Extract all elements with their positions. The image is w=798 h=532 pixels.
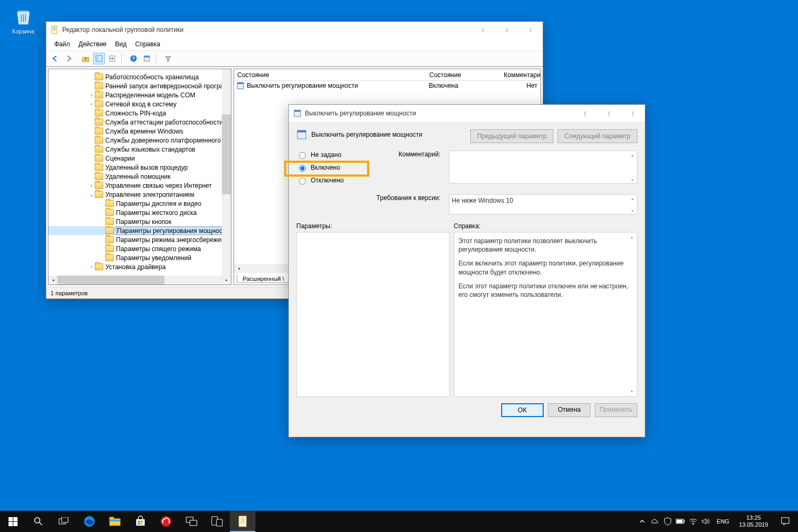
taskbar-creative-cloud[interactable]: [153, 511, 179, 532]
tree-node[interactable]: ⌄Управление электропитанием: [48, 190, 231, 199]
col-header-comment[interactable]: Комментари: [501, 71, 541, 79]
comment-textarea[interactable]: [449, 151, 637, 184]
tree-expand-icon[interactable]: ›: [88, 182, 95, 188]
col-header-status[interactable]: Состояние: [426, 71, 501, 79]
taskbar-gpeditor[interactable]: [230, 511, 255, 532]
tree-node[interactable]: Удаленный помощник: [48, 172, 231, 181]
tree-node[interactable]: Параметры регулирования мощности: [48, 226, 231, 235]
help-scrollbar[interactable]: ▴ ▾: [628, 233, 636, 396]
previous-setting-button[interactable]: Предыдущий параметр: [470, 129, 553, 143]
apply-button[interactable]: Применить: [595, 403, 637, 417]
maximize-button[interactable]: : [495, 22, 519, 38]
radio-enabled-input[interactable]: [299, 165, 306, 172]
requirements-scrollbar[interactable]: ▴▾: [628, 195, 637, 215]
tree-node[interactable]: ›Установка драйвера: [48, 262, 231, 271]
toolbar-filter-button[interactable]: [162, 53, 174, 64]
toolbar-back-button[interactable]: [49, 53, 61, 64]
tree-expand-icon[interactable]: ⌄: [88, 192, 95, 197]
tree-node[interactable]: Ранний запуск антивредоносной программы: [48, 81, 231, 90]
tree-node[interactable]: Параметры кнопок: [48, 217, 231, 226]
detail-header: Состояние Состояние Комментари: [234, 69, 541, 81]
menu-action[interactable]: Действие: [75, 39, 111, 49]
tray-defender-icon[interactable]: [662, 511, 673, 532]
tray-battery-icon[interactable]: [675, 511, 686, 532]
menu-view[interactable]: Вид: [111, 39, 130, 49]
radio-not-configured-input[interactable]: [299, 152, 306, 159]
svg-rect-38: [217, 519, 222, 526]
policy-dialog: Выключить регулирование мощности    В…: [288, 104, 645, 437]
tree-node[interactable]: ›Распределенная модель COM: [48, 90, 231, 99]
tree-node[interactable]: ›Сетевой вход в систему: [48, 99, 231, 109]
cancel-button[interactable]: Отмена: [548, 403, 591, 417]
tree-node[interactable]: Сложность PIN-кода: [48, 109, 231, 118]
tree-node[interactable]: Службы языковых стандартов: [48, 145, 231, 154]
taskbar-store[interactable]: [128, 511, 153, 532]
toolbar-up-button[interactable]: [80, 53, 92, 64]
taskbar-explorer[interactable]: [102, 511, 128, 532]
taskbar-app-1[interactable]: [179, 511, 204, 532]
radio-disabled[interactable]: Отключено: [296, 176, 368, 185]
tree-expand-icon[interactable]: ›: [88, 101, 95, 107]
comment-scrollbar[interactable]: ▴▾: [628, 151, 637, 185]
notification-center-button[interactable]: [775, 517, 796, 526]
tree-vertical-scrollbar[interactable]: [222, 69, 231, 276]
tree-expand-icon[interactable]: ›: [88, 264, 95, 270]
scroll-right-button[interactable]: ▸: [222, 276, 231, 285]
ok-button[interactable]: OK: [501, 403, 544, 417]
menu-help[interactable]: Справка: [131, 39, 164, 49]
toolbar-show-hide-tree-button[interactable]: [93, 53, 105, 64]
tree-node[interactable]: Параметры жесткого диска: [48, 208, 231, 217]
folder-icon: [95, 110, 103, 117]
tree-node[interactable]: Сценарии: [48, 154, 231, 163]
tree-horizontal-scrollbar[interactable]: ◂ ▸: [48, 276, 231, 285]
tray-wifi-icon[interactable]: [688, 511, 699, 532]
tree-node[interactable]: Параметры режима энергосбережения: [48, 235, 231, 244]
tree-node[interactable]: ›Управление связью через Интернет: [48, 181, 231, 190]
radio-enabled[interactable]: Включено: [296, 163, 368, 172]
toolbar-properties-button[interactable]: [141, 53, 153, 64]
gp-tree[interactable]: Работоспособность хранилищаРанний запуск…: [48, 69, 231, 285]
tray-language[interactable]: ENG: [713, 518, 733, 525]
toolbar-help-button[interactable]: ?: [128, 53, 139, 64]
svg-rect-19: [13, 517, 18, 521]
folder-icon: [105, 227, 114, 234]
recycle-bin-label: Корзина: [7, 28, 39, 35]
search-button[interactable]: [26, 511, 51, 532]
taskbar-app-2[interactable]: [204, 511, 230, 532]
task-view-button[interactable]: [51, 511, 77, 532]
tree-node[interactable]: Параметры уведомлений: [48, 253, 231, 262]
tray-chevron-up-icon[interactable]: [637, 511, 647, 532]
tree-node[interactable]: Служба времени Windows: [48, 127, 231, 136]
svg-rect-17: [297, 130, 306, 132]
start-button[interactable]: [0, 511, 26, 532]
tree-node[interactable]: Параметры дисплея и видео: [48, 199, 231, 208]
taskbar-clock[interactable]: 13:25 13.05.2019: [735, 514, 772, 528]
dlg-close-button[interactable]: : [621, 105, 645, 121]
dlg-minimize-button[interactable]: : [573, 105, 597, 121]
close-button[interactable]: : [519, 22, 543, 38]
minimize-button[interactable]: : [471, 22, 495, 38]
tray-onedrive-icon[interactable]: [650, 511, 660, 532]
folder-icon: [105, 254, 114, 261]
tree-node[interactable]: Удаленный вызов процедур: [48, 163, 231, 172]
radio-disabled-input[interactable]: [299, 178, 306, 185]
desktop-icon-recycle-bin[interactable]: Корзина: [7, 5, 39, 35]
col-header-state[interactable]: Состояние: [234, 71, 426, 79]
scroll-left-button[interactable]: ◂: [48, 276, 57, 285]
taskbar-edge[interactable]: [77, 511, 102, 532]
tree-node[interactable]: Служба аттестации работоспособности устр: [48, 118, 231, 127]
menu-file[interactable]: Файл: [51, 39, 74, 49]
tree-node[interactable]: Службы доверенного платформенного моду: [48, 136, 231, 145]
toolbar-export-button[interactable]: [106, 53, 118, 64]
tab-extended[interactable]: Расширенный \: [237, 275, 290, 283]
tree-node[interactable]: Параметры спящего режима: [48, 244, 231, 253]
tree-expand-icon[interactable]: ›: [88, 92, 95, 98]
tray-sound-icon[interactable]: [701, 511, 711, 532]
tree-node-label: Параметры дисплея и видео: [116, 200, 201, 207]
policy-row[interactable]: Выключить регулирование мощности Включен…: [234, 81, 541, 90]
tree-node[interactable]: Работоспособность хранилища: [48, 72, 231, 81]
next-setting-button[interactable]: Следующий параметр: [558, 129, 637, 143]
toolbar-forward-button[interactable]: [63, 53, 74, 64]
radio-not-configured[interactable]: Не задано: [296, 151, 368, 159]
dlg-maximize-button[interactable]: : [597, 105, 621, 121]
